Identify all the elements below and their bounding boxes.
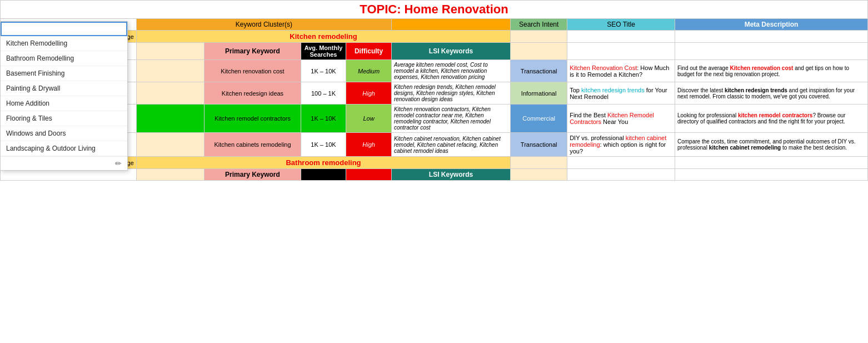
dropdown-edit-icon[interactable]: ✏ [1,156,127,170]
diff-kitchen-renovation-cost: Medium [346,60,392,82]
lsi-kitchen-contractors: Kitchen renovation contractors, Kitchen … [391,105,510,133]
meta-kitchen-redesign: Discover the latest kitchen redesign tre… [675,82,867,105]
table-row: Kitchen redesign ideas 100 – 1K High Kit… [1,82,868,105]
header-seo-title: SEO Title [567,19,675,31]
avg-kitchen-renovation-cost: 1K – 10K [301,60,346,82]
avg-kitchen-redesign: 100 – 1K [301,82,346,105]
dropdown-item-basement[interactable]: Basement Finishing [1,66,127,81]
lsi-kitchen-redesign: Kitchen redesign trends, Kitchen remodel… [391,82,510,105]
bathroom-sub-header-row: Primary Keyword LSI Keywords [1,169,868,181]
bathroom-subheader-diff [346,169,392,181]
intent-kitchen-contractors: Commercial [511,105,567,133]
header-keyword-cluster: Keyword Cluster(s) [136,19,391,31]
kitchen-section-row: Pillar Page Kitchen remodeling [1,31,868,43]
bathroom-subheader-avg [301,169,346,181]
spreadsheet-area: TOPIC: Home Renovation Keyword Cluster(s… [0,0,868,343]
dropdown-item-windows[interactable]: Windows and Doors [1,126,127,141]
meta-kitchen-renovation-cost: Find out the average Kitchen renovation … [675,60,867,82]
header-meta-description: Meta Description [675,19,867,31]
diff-kitchen-redesign: High [346,82,392,105]
dropdown-item-kitchen[interactable]: Kitchen Remodelling [1,36,127,51]
meta-kitchen-cabinets: Compare the costs, time commitment, and … [675,133,867,157]
seo-kitchen-redesign: Top kitchen redesign trends for Your Nex… [567,82,675,105]
keyword-kitchen-cabinets: Kitchen cabinets remodeling [204,133,301,157]
meta-kitchen-contractors: Looking for professional kitchen remodel… [675,105,867,133]
avg-kitchen-cabinets: 1K – 10K [301,133,346,157]
kitchen-section-label: Kitchen remodeling [136,31,510,43]
title-row: TOPIC: Home Renovation [1,1,868,19]
dropdown-search-input[interactable] [1,22,127,36]
page-title: TOPIC: Home Renovation [360,2,508,16]
seo-kitchen-contractors: Find the Best Kitchen Remodel Contractor… [567,105,675,133]
dropdown-item-home-addition[interactable]: Home Addition [1,96,127,111]
subheader-avg-monthly: Avg. Monthly Searches [301,43,346,60]
avg-kitchen-contractors: 1K – 10K [301,105,346,133]
table-row: Kitchen cabinets remodeling 1K – 10K Hig… [1,133,868,157]
bathroom-section-row: Pillar Page Bathroom remodeling [1,157,868,169]
table-row: Kitchen renovation cost 1K – 10K Medium … [1,60,868,82]
diff-kitchen-cabinets: High [346,133,392,157]
seo-kitchen-cabinets: DIY vs. professional kitchen cabinet rem… [567,133,675,157]
header-search-intent: Search Intent [511,19,567,31]
bathroom-subheader-primary: Primary Keyword [204,169,301,181]
subheader-primary-keyword: Primary Keyword [204,43,301,60]
seo-kitchen-renovation-cost: Kitchen Renovation Cost: How Much is it … [567,60,675,82]
intent-kitchen-cabinets: Transactional [511,133,567,157]
main-header-row: Keyword Cluster(s) Search Intent SEO Tit… [1,19,868,31]
lsi-kitchen-cabinets: Kitchen cabinet renovation, Kitchen cabi… [391,133,510,157]
dropdown-item-painting[interactable]: Painting & Drywall [1,81,127,96]
keyword-kitchen-renovation-cost: Kitchen renovation cost [204,60,301,82]
topic-dropdown[interactable]: Kitchen Remodelling Bathroom Remodelling… [0,21,128,171]
lsi-kitchen-renovation-cost: Average kitchen remodel cost, Cost to re… [391,60,510,82]
subheader-difficulty: Difficulty [346,43,392,60]
dropdown-item-bathroom[interactable]: Bathroom Remodelling [1,51,127,66]
bathroom-section-label: Bathroom remodeling [136,157,510,169]
sub-header-row: Primary Keyword Avg. Monthly Searches Di… [1,43,868,60]
intent-kitchen-renovation-cost: Transactional [511,60,567,82]
table-row: Kitchen remodel contractors 1K – 10K Low… [1,105,868,133]
intent-kitchen-redesign: Informational [511,82,567,105]
bathroom-subheader-lsi: LSI Keywords [391,169,510,181]
keyword-kitchen-contractors: Kitchen remodel contractors [204,105,301,133]
dropdown-item-landscaping[interactable]: Landscaping & Outdoor Living [1,141,127,156]
diff-kitchen-contractors: Low [346,105,392,133]
keyword-kitchen-redesign: Kitchen redesign ideas [204,82,301,105]
dropdown-item-flooring[interactable]: Flooring & Tiles [1,111,127,126]
subheader-lsi: LSI Keywords [391,43,510,60]
